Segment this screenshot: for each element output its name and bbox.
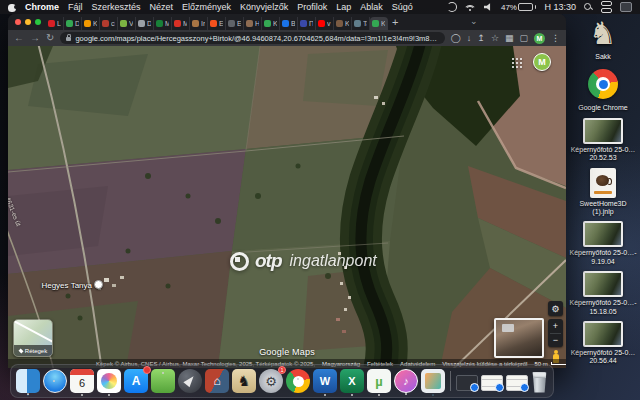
apple-menu-icon[interactable] [8, 3, 16, 12]
browser-tab[interactable]: Ta [352, 17, 370, 30]
desktop-icon-shot[interactable]: Képernyőfotó 25-0…- 15.18.05 [566, 271, 640, 316]
maximize-window-button[interactable] [35, 19, 41, 25]
close-window-button[interactable] [15, 19, 21, 25]
desktop-icon-shot[interactable]: Képernyőfotó 25-0…20.52.53 [566, 118, 640, 163]
map-settings-button[interactable]: ⚙ [548, 301, 563, 316]
dock-chrome-icon[interactable] [286, 369, 310, 393]
desktop-icon-shot[interactable]: Képernyőfotó 25-0…20.56.44 [566, 321, 640, 366]
dock-safari-icon[interactable] [43, 369, 67, 393]
menubar-app-name[interactable]: Chrome [25, 2, 59, 12]
dock-word-icon[interactable]: W [313, 369, 337, 393]
volume-icon[interactable] [484, 3, 493, 11]
menubar-menu[interactable]: Szerkesztés [92, 2, 141, 12]
dock-chessapp-icon[interactable]: ♞ [232, 369, 256, 393]
dock-appstore-icon[interactable]: A [124, 369, 148, 393]
dock-utorrent-icon[interactable]: µ [367, 369, 391, 393]
desktop-icon-jnlp[interactable]: SweetHome3D (1).jnlp [566, 168, 640, 217]
spotlight-icon[interactable] [584, 3, 593, 12]
browser-tab[interactable]: M [154, 17, 172, 30]
browser-tab[interactable]: K [262, 17, 280, 30]
tab-search-chevron-icon[interactable]: ⌄ [470, 16, 478, 26]
browser-tab[interactable]: V [118, 17, 136, 30]
dock-itunes-icon[interactable]: ♪ [394, 369, 418, 393]
dock-min-doc2-icon[interactable] [506, 375, 528, 391]
sync-icon[interactable] [447, 2, 457, 12]
browser-tab[interactable]: v [316, 17, 334, 30]
lock-icon[interactable] [66, 37, 71, 41]
browser-tab[interactable]: E [208, 17, 226, 30]
place-marker-icon[interactable] [94, 280, 103, 289]
zoom-out-button[interactable]: − [548, 334, 563, 348]
menubar-menu[interactable]: Lap [336, 2, 351, 12]
menubar-menu[interactable]: Profilok [297, 2, 327, 12]
dock-settings-icon[interactable]: ⚙1 [259, 369, 283, 393]
menu-extra-icon[interactable] [620, 2, 632, 12]
tab-favicon [138, 20, 145, 27]
back-icon[interactable]: ← [14, 33, 24, 43]
layers-toggle[interactable]: Rétegek [13, 319, 53, 357]
menubar-menu[interactable]: Nézet [150, 2, 174, 12]
tab-favicon [282, 20, 289, 27]
battery-indicator[interactable]: 47% [501, 3, 537, 12]
dock-home3d-icon[interactable]: ⌂ [205, 369, 229, 393]
dock-trash-icon[interactable] [531, 372, 548, 393]
browser-tab[interactable]: D [136, 17, 154, 30]
dock-excel-icon[interactable]: X [340, 369, 364, 393]
side-panel-icon[interactable]: ▢ [519, 34, 528, 43]
menubar-menu[interactable]: Előzmények [182, 2, 231, 12]
browser-tab[interactable]: K [370, 17, 388, 30]
zoom-in-button[interactable]: + [548, 319, 563, 333]
dock-cal-icon[interactable]: 6 [70, 369, 94, 393]
bookmark-star-icon[interactable]: ☆ [491, 34, 499, 43]
browser-tab[interactable]: K [334, 17, 352, 30]
place-label[interactable]: Hegyes Tanya [28, 281, 92, 290]
browser-tab[interactable]: E [226, 17, 244, 30]
profile-avatar[interactable]: M [534, 33, 545, 44]
extensions-icon[interactable]: ▦ [505, 34, 514, 43]
browser-tab[interactable]: Ir [190, 17, 208, 30]
browser-tab[interactable]: K [82, 17, 100, 30]
desktop-icon-chess[interactable]: ♞Sakk [566, 15, 640, 61]
menubar-menu[interactable]: Fájl [68, 2, 83, 12]
menubar-menus: FájlSzerkesztésNézetElőzményekKönyvjelző… [68, 2, 413, 12]
dock-finder-icon[interactable] [16, 369, 40, 393]
desktop-icon-chrome[interactable]: Google Chrome [566, 66, 640, 112]
browser-tab[interactable]: D [64, 17, 82, 30]
menubar-menu[interactable]: Könyvjelzők [240, 2, 288, 12]
dock-archive-icon[interactable] [151, 369, 175, 393]
minimize-window-button[interactable] [25, 19, 31, 25]
browser-tab[interactable]: Π [298, 17, 316, 30]
site-info-icon[interactable]: ◯ [451, 34, 461, 43]
browser-menu-icon[interactable]: ⋮ [551, 34, 560, 43]
street-view-photo-preview[interactable] [494, 318, 544, 358]
tab-title: V [129, 20, 133, 27]
browser-tab[interactable]: L [46, 17, 64, 30]
address-bar[interactable]: google.com/maps/place/Hercegasszony+Birt… [60, 32, 444, 44]
dock-rocket-icon[interactable] [178, 369, 202, 393]
apps-grid-icon[interactable] [512, 58, 522, 68]
forward-icon[interactable]: → [30, 33, 40, 43]
shot-icon [583, 221, 623, 247]
dock-preview-icon[interactable] [421, 369, 445, 393]
new-tab-button[interactable]: + [392, 17, 398, 28]
dock-min-doc1-icon[interactable] [481, 375, 503, 391]
browser-tab[interactable]: M [172, 17, 190, 30]
reload-icon[interactable]: ↻ [46, 33, 54, 43]
desktop-icon-label: Képernyőfotó 25-0…- 15.18.05 [569, 299, 637, 316]
desktop-icon-shot[interactable]: Képernyőfotó 25-0…- 9.19.04 [566, 221, 640, 266]
dock-photos-icon[interactable] [97, 369, 121, 393]
browser-tab[interactable]: B [280, 17, 298, 30]
browser-tab[interactable]: cí [100, 17, 118, 30]
satellite-map[interactable]: M otp ingatlanpont Hegyes Tanya 4631-es … [8, 46, 566, 368]
menubar-clock[interactable]: H 13:30 [544, 2, 576, 12]
menubar-menu[interactable]: Ablak [360, 2, 383, 12]
menubar-menu[interactable]: Súgó [392, 2, 413, 12]
dock-glyph: µ [367, 369, 391, 393]
dock-min-dark-icon[interactable] [456, 375, 478, 391]
wifi-icon[interactable] [465, 3, 476, 11]
browser-tab[interactable]: H [244, 17, 262, 30]
share-icon[interactable]: ↥ [477, 34, 485, 43]
download-icon[interactable]: ↓ [467, 34, 472, 43]
map-account-avatar[interactable]: M [533, 53, 551, 71]
control-center-icon[interactable] [601, 1, 612, 13]
